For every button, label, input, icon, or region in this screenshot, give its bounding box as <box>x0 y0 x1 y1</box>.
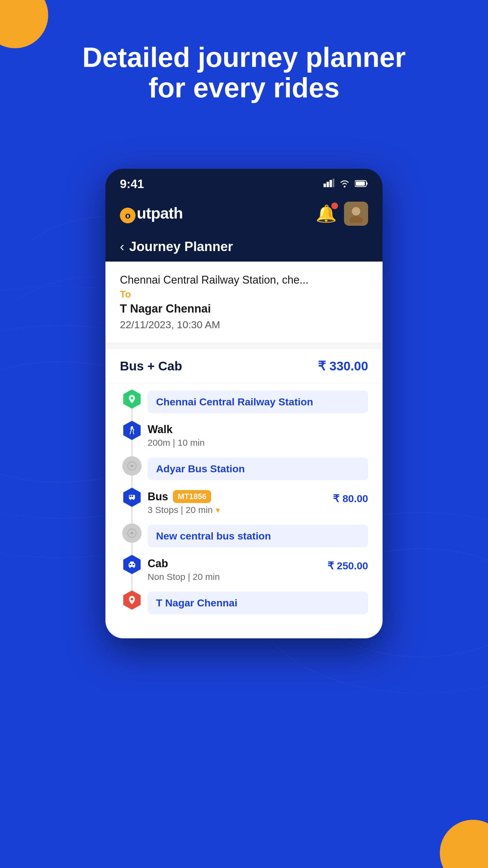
svg-point-9 <box>344 186 346 187</box>
status-bar: 9:41 <box>105 169 383 195</box>
station-name-box-4: T Nagar Chennai <box>148 592 368 614</box>
app-logo: outpath <box>120 204 183 223</box>
svg-rect-20 <box>130 495 131 497</box>
logo-circle: o <box>120 208 135 223</box>
segment-type-bus: Bus MT1856 <box>148 490 220 503</box>
hero-text: Detailed journey planner for every rides <box>0 42 488 103</box>
svg-point-14 <box>350 216 363 223</box>
phone-mockup: 9:41 outpath 🔔 ‹ <box>105 169 383 638</box>
station-icon-gray-1 <box>122 456 141 475</box>
svg-rect-7 <box>330 180 332 187</box>
route-datetime: 22/11/2023, 10:30 AM <box>120 319 368 331</box>
timeline-left-1 <box>120 390 144 421</box>
timeline-item-2: Walk 200m | 10 min <box>120 421 368 456</box>
signal-icon <box>324 179 334 190</box>
route-to-label: To <box>120 289 368 300</box>
svg-point-13 <box>352 207 360 216</box>
connector-4 <box>131 507 133 524</box>
connector-5 <box>131 543 133 555</box>
bus-icon <box>122 488 141 507</box>
svg-rect-8 <box>332 179 334 187</box>
journey-type-header: Bus + Cab ₹ 330.00 <box>105 349 383 383</box>
svg-rect-11 <box>366 182 367 185</box>
hero-line1: Detailed journey planner <box>24 42 464 73</box>
route-from: Chennai Central Railway Station, che... <box>120 274 368 286</box>
svg-rect-21 <box>132 495 133 497</box>
back-button[interactable]: ‹ <box>120 239 124 254</box>
timeline-right-5: New central bus station <box>144 524 368 555</box>
cab-price: ₹ 250.00 <box>327 557 368 572</box>
timeline-item-7: T Nagar Chennai <box>120 590 368 620</box>
timeline-item-3: Adyar Bus Station <box>120 456 368 488</box>
app-header: outpath 🔔 <box>105 195 383 234</box>
svg-rect-23 <box>133 499 134 500</box>
logo-text: utpath <box>137 204 183 222</box>
segment-type-cab: Cab <box>148 557 220 570</box>
timeline-right-3: Adyar Bus Station <box>144 456 368 488</box>
nav-bar: ‹ Journey Planner <box>105 234 383 261</box>
timeline-left-2 <box>120 421 144 456</box>
station-icon-gray-2 <box>122 524 141 543</box>
timeline-left-4 <box>120 488 144 524</box>
status-time: 9:41 <box>120 177 144 191</box>
timeline-left-6 <box>120 555 144 590</box>
timeline-item-5: New central bus station <box>120 524 368 555</box>
main-content: Chennai Central Railway Station, che... … <box>105 261 383 638</box>
segment-box-walk: Walk 200m | 10 min <box>148 421 368 450</box>
connector-2 <box>131 440 133 456</box>
connector-3 <box>131 475 133 488</box>
station-name-box-1: Chennai Central Railway Station <box>148 391 368 413</box>
route-summary-card: Chennai Central Railway Station, che... … <box>105 261 383 343</box>
bus-price: ₹ 80.00 <box>333 490 368 504</box>
svg-rect-27 <box>133 567 135 568</box>
segment-left-bus: Bus MT1856 3 Stops | 20 min ▾ <box>148 490 220 515</box>
station-name-2: Adyar Bus Station <box>156 463 245 474</box>
route-badge: MT1856 <box>173 490 211 503</box>
segment-left-walk: Walk 200m | 10 min <box>148 423 205 448</box>
walk-icon <box>122 421 141 440</box>
svg-rect-6 <box>327 182 329 187</box>
svg-rect-5 <box>324 184 326 187</box>
timeline-item-6: Cab Non Stop | 20 min ₹ 250.00 <box>120 555 368 590</box>
user-avatar[interactable] <box>344 202 368 226</box>
cab-icon <box>122 555 141 574</box>
timeline-left-7 <box>120 590 144 620</box>
notification-bell[interactable]: 🔔 <box>316 204 337 224</box>
connector-1 <box>131 409 133 421</box>
svg-rect-22 <box>130 499 131 500</box>
svg-point-16 <box>131 397 133 399</box>
chevron-down-icon[interactable]: ▾ <box>216 505 220 515</box>
svg-rect-29 <box>133 564 134 565</box>
journey-steps: Chennai Central Railway Station <box>105 383 383 638</box>
timeline: Chennai Central Railway Station <box>120 383 368 626</box>
notification-dot <box>331 203 338 209</box>
svg-rect-12 <box>356 181 365 186</box>
station-icon-red-1 <box>122 590 141 610</box>
segment-box-cab: Cab Non Stop | 20 min ₹ 250.00 <box>148 555 368 584</box>
battery-icon <box>355 180 368 188</box>
nav-title: Journey Planner <box>129 239 233 254</box>
station-name-3: New central bus station <box>156 530 271 541</box>
station-name-box-2: Adyar Bus Station <box>148 458 368 480</box>
timeline-right-6: Cab Non Stop | 20 min ₹ 250.00 <box>144 555 368 590</box>
segment-left-cab: Cab Non Stop | 20 min <box>148 557 220 582</box>
svg-point-31 <box>131 598 133 600</box>
station-icon-green-1 <box>122 390 141 409</box>
timeline-item-1: Chennai Central Railway Station <box>120 390 368 421</box>
journey-type-label: Bus + Cab <box>120 359 182 373</box>
timeline-right-1: Chennai Central Railway Station <box>144 390 368 421</box>
svg-rect-25 <box>129 563 135 567</box>
header-right: 🔔 <box>316 202 368 226</box>
timeline-right-7: T Nagar Chennai <box>144 590 368 620</box>
hero-line2: for every rides <box>24 73 464 103</box>
timeline-right-2: Walk 200m | 10 min <box>144 421 368 456</box>
station-name-1: Chennai Central Railway Station <box>156 396 313 407</box>
journey-total-price: ₹ 330.00 <box>318 359 368 373</box>
svg-rect-28 <box>130 564 131 565</box>
segment-box-bus: Bus MT1856 3 Stops | 20 min ▾ ₹ 80.00 <box>148 488 368 518</box>
station-name-box-3: New central bus station <box>148 525 368 547</box>
timeline-left-5 <box>120 524 144 555</box>
segment-info-cab: Non Stop | 20 min <box>148 572 220 582</box>
wifi-icon <box>339 178 350 190</box>
segment-info-bus: 3 Stops | 20 min ▾ <box>148 505 220 515</box>
